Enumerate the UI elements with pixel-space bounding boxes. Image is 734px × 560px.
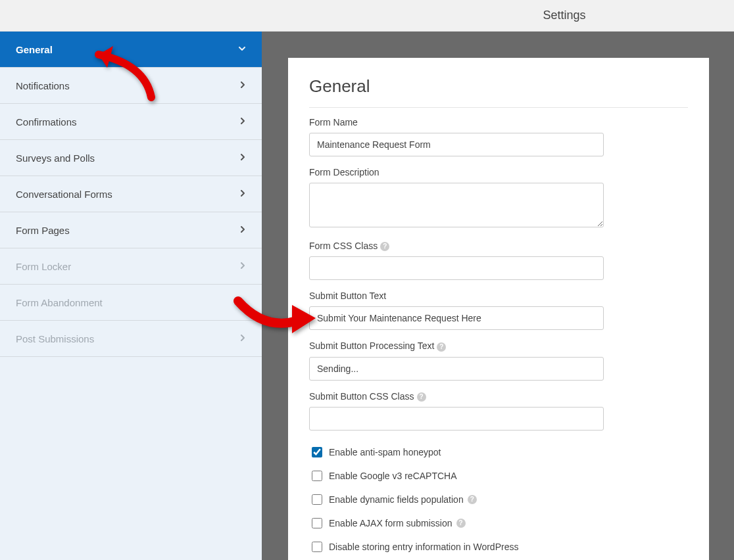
chevron-right-icon	[239, 81, 246, 91]
settings-panel: General Form Name Form Description Form …	[288, 58, 709, 560]
sidebar-item-label: Notifications	[16, 80, 70, 91]
field-form-name: Form Name	[309, 117, 688, 156]
sidebar-item-notifications[interactable]: Notifications	[0, 68, 262, 104]
sidebar-item-form-pages[interactable]: Form Pages	[0, 212, 262, 248]
sidebar: GeneralNotificationsConfirmationsSurveys…	[0, 32, 262, 560]
field-submit-button-css-class: Submit Button CSS Class?	[309, 391, 688, 431]
checkbox-label: Enable AJAX form submission	[329, 518, 453, 528]
chevron-down-icon	[238, 45, 246, 55]
chevron-right-icon	[239, 334, 246, 344]
input-submit-button-text[interactable]	[309, 306, 604, 330]
panel-heading: General	[309, 76, 688, 108]
label-form-name: Form Name	[309, 117, 688, 128]
help-icon[interactable]: ?	[468, 495, 477, 504]
field-form-css-class: Form CSS Class?	[309, 241, 688, 280]
checkbox-label: Enable dynamic fields population	[329, 494, 464, 505]
checkbox-input[interactable]	[312, 471, 322, 481]
sidebar-item-label: Form Locker	[16, 261, 71, 272]
input-submit-button-processing[interactable]	[309, 357, 604, 381]
checkbox-label: Enable Google v3 reCAPTCHA	[329, 471, 457, 481]
chevron-right-icon	[239, 262, 246, 271]
chevron-right-icon	[239, 153, 246, 163]
sidebar-item-label: Form Abandonment	[16, 297, 103, 308]
checkbox-input[interactable]	[312, 447, 322, 457]
sidebar-item-label: General	[16, 44, 53, 55]
label-submit-button-processing: Submit Button Processing Text?	[309, 340, 688, 351]
help-icon[interactable]: ?	[380, 242, 389, 251]
checkbox-row: Enable anti-spam honeypot	[309, 445, 688, 459]
checkbox-label: Disable storing entry information in Wor…	[329, 542, 518, 552]
field-submit-button-processing: Submit Button Processing Text?	[309, 340, 688, 380]
input-form-description[interactable]	[309, 183, 604, 227]
checkbox-label: Enable anti-spam honeypot	[329, 447, 441, 457]
sidebar-item-general[interactable]: General	[0, 32, 262, 68]
sidebar-item-surveys-and-polls[interactable]: Surveys and Polls	[0, 140, 262, 176]
page-title: Settings	[543, 9, 585, 22]
sidebar-item-label: Surveys and Polls	[16, 152, 95, 164]
sidebar-item-label: Confirmations	[16, 116, 77, 128]
checkbox-row: Disable storing entry information in Wor…	[309, 540, 688, 554]
checkbox-input[interactable]	[312, 494, 322, 505]
topbar: Settings	[0, 0, 734, 32]
sidebar-item-label: Form Pages	[16, 225, 70, 236]
input-form-name[interactable]	[309, 133, 604, 156]
checkbox-row: Enable dynamic fields population?	[309, 492, 688, 507]
input-form-css-class[interactable]	[309, 256, 604, 280]
label-submit-button-css-class: Submit Button CSS Class?	[309, 391, 688, 402]
sidebar-item-label: Post Submissions	[16, 333, 94, 344]
chevron-right-icon	[239, 298, 246, 308]
label-form-css-class: Form CSS Class?	[309, 241, 688, 251]
checkbox-row: Enable AJAX form submission?	[309, 516, 688, 530]
help-icon[interactable]: ?	[456, 519, 466, 528]
checkbox-row: Enable Google v3 reCAPTCHA	[309, 469, 688, 483]
chevron-right-icon	[239, 189, 246, 199]
content-wrap: General Form Name Form Description Form …	[262, 32, 734, 560]
chevron-right-icon	[239, 117, 246, 127]
help-icon[interactable]: ?	[417, 392, 426, 402]
main-container: GeneralNotificationsConfirmationsSurveys…	[0, 32, 734, 560]
field-submit-button-text: Submit Button Text	[309, 291, 688, 330]
checkbox-list: Enable anti-spam honeypotEnable Google v…	[309, 445, 688, 554]
field-form-description: Form Description	[309, 167, 688, 230]
sidebar-item-confirmations[interactable]: Confirmations	[0, 104, 262, 140]
label-submit-button-text: Submit Button Text	[309, 291, 688, 301]
chevron-right-icon	[239, 225, 246, 235]
help-icon[interactable]: ?	[437, 342, 446, 352]
sidebar-item-form-locker[interactable]: Form Locker	[0, 248, 262, 285]
checkbox-input[interactable]	[312, 518, 322, 528]
label-form-description: Form Description	[309, 167, 688, 177]
sidebar-item-label: Conversational Forms	[16, 189, 112, 200]
input-submit-button-css-class[interactable]	[309, 407, 604, 431]
sidebar-item-form-abandonment[interactable]: Form Abandonment	[0, 285, 262, 321]
sidebar-item-post-submissions[interactable]: Post Submissions	[0, 321, 262, 357]
checkbox-input[interactable]	[312, 542, 322, 552]
sidebar-item-conversational-forms[interactable]: Conversational Forms	[0, 176, 262, 212]
